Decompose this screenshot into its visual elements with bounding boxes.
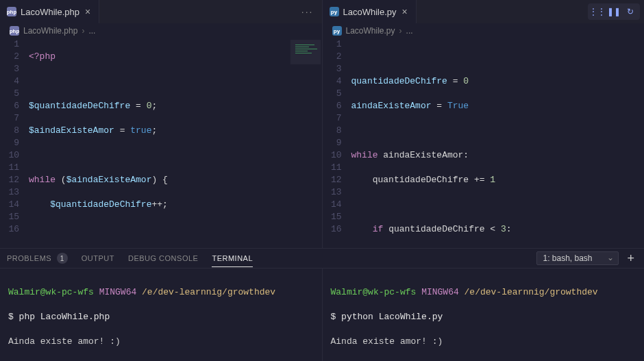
- tab-bar-left: php LacoWhile.php × ···: [0, 0, 322, 23]
- bottom-panel: PROBLEMS 1 OUTPUT DEBUG CONSOLE TERMINAL…: [0, 248, 644, 361]
- code-editor-left[interactable]: 12345678 910111213141516 <?php $quantida…: [0, 38, 322, 248]
- breadcrumb-right[interactable]: py LacoWhile.py › ...: [323, 23, 645, 38]
- close-icon[interactable]: ×: [84, 6, 92, 17]
- editor-split: php LacoWhile.php × ··· php LacoWhile.ph…: [0, 0, 644, 248]
- debug-restart-icon[interactable]: ↻: [623, 5, 637, 18]
- line-gutter: 12345678 910111213141516: [0, 38, 29, 248]
- panel-tab-bar: PROBLEMS 1 OUTPUT DEBUG CONSOLE TERMINAL…: [0, 249, 644, 269]
- breadcrumb-rest: ...: [406, 26, 413, 36]
- close-icon[interactable]: ×: [401, 6, 409, 17]
- editor-pane-right: py LacoWhile.py × ⋮⋮ ❚❚ ↻ py LacoWhile.p…: [323, 0, 645, 248]
- python-file-icon: py: [330, 7, 339, 16]
- tab-label: LacoWhile.py: [343, 7, 397, 17]
- terminal-right[interactable]: Walmir@wk-pc-wfs MINGW64 /e/dev-learnnig…: [323, 269, 645, 361]
- new-terminal-icon[interactable]: +: [624, 251, 637, 266]
- python-file-icon: py: [332, 26, 342, 36]
- panel-tab-label: PROBLEMS: [7, 254, 51, 262]
- chevron-right-icon: ›: [82, 26, 84, 36]
- breadcrumb-rest: ...: [88, 26, 95, 36]
- code-content[interactable]: quantidadeDeChifre = 0 aindaExisteAmor =…: [351, 38, 645, 248]
- editor-pane-left: php LacoWhile.php × ··· php LacoWhile.ph…: [0, 0, 323, 248]
- terminal-left[interactable]: Walmir@wk-pc-wfs MINGW64 /e/dev-learnnig…: [0, 269, 323, 361]
- code-content[interactable]: <?php $quantidadeDeChifre = 0; $aindaExi…: [29, 38, 322, 248]
- breadcrumb-file: LacoWhile.php: [23, 26, 77, 36]
- code-editor-right[interactable]: 12345678 910111213141516 quantidadeDeChi…: [323, 38, 645, 248]
- php-file-icon: php: [7, 7, 16, 16]
- terminal-select[interactable]: 1: bash, bash: [536, 251, 619, 265]
- problems-count-badge: 1: [57, 253, 68, 264]
- debug-drag-handle-icon[interactable]: ⋮⋮: [591, 5, 604, 18]
- tab-lacowhile-php[interactable]: php LacoWhile.php ×: [0, 0, 99, 23]
- debug-pause-icon[interactable]: ❚❚: [607, 5, 621, 18]
- chevron-right-icon: ›: [399, 26, 402, 36]
- panel-actions: 1: bash, bash +: [536, 251, 637, 266]
- minimap[interactable]: [290, 40, 321, 64]
- panel-tab-terminal[interactable]: TERMINAL: [212, 250, 253, 267]
- tab-label: LacoWhile.php: [21, 7, 79, 17]
- tab-overflow-icon[interactable]: ···: [293, 6, 322, 17]
- panel-tab-problems[interactable]: PROBLEMS 1: [7, 249, 68, 268]
- terminal-split: Walmir@wk-pc-wfs MINGW64 /e/dev-learnnig…: [0, 269, 644, 361]
- debug-toolbar: ⋮⋮ ❚❚ ↻: [588, 3, 640, 20]
- tab-bar-right: py LacoWhile.py × ⋮⋮ ❚❚ ↻: [323, 0, 645, 23]
- php-file-icon: php: [10, 26, 19, 36]
- panel-tab-debug-console[interactable]: DEBUG CONSOLE: [128, 250, 198, 266]
- breadcrumb-file: LacoWhile.py: [346, 26, 395, 36]
- tab-lacowhile-py[interactable]: py LacoWhile.py ×: [323, 0, 417, 23]
- line-gutter: 12345678 910111213141516: [323, 38, 351, 248]
- panel-tab-output[interactable]: OUTPUT: [82, 250, 114, 266]
- breadcrumb-left[interactable]: php LacoWhile.php › ...: [0, 23, 322, 38]
